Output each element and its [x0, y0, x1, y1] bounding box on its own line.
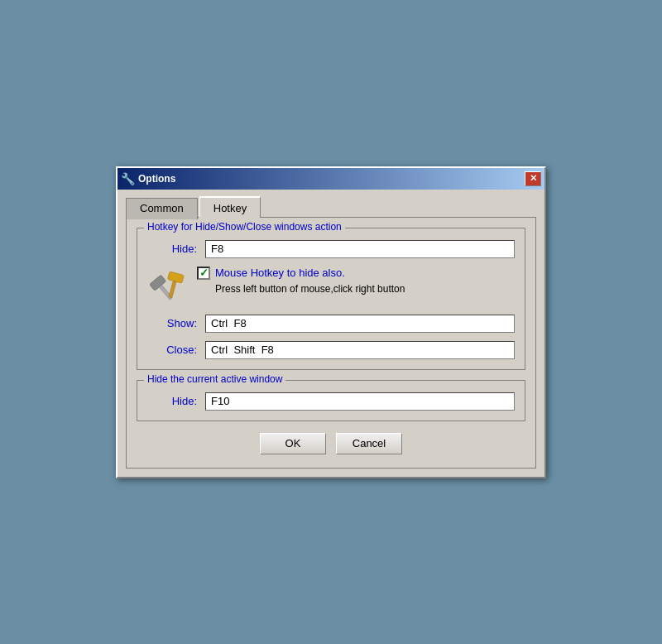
hotkey-tab-panel: Hotkey for Hide/Show/Close windows actio… [126, 217, 536, 469]
ok-button[interactable]: OK [260, 433, 326, 454]
tab-common[interactable]: Common [126, 198, 198, 219]
dialog-content: Common Hotkey Hotkey for Hide/Show/Close… [118, 190, 544, 477]
mouse-hotkey-section: ✓ Mouse Hotkey to hide also. Press left … [147, 267, 515, 308]
window-title: Options [138, 173, 175, 185]
mouse-hotkey-checkbox[interactable]: ✓ [197, 267, 210, 280]
close-input[interactable] [205, 341, 515, 359]
active-hide-input[interactable] [205, 392, 515, 411]
title-icon: 🔧 [121, 172, 134, 185]
active-window-group-title: Hide the current active window [144, 373, 285, 385]
hide-label: Hide: [147, 243, 197, 255]
dialog-buttons: OK Cancel [137, 433, 525, 458]
tab-bar: Common Hotkey [126, 196, 536, 218]
options-dialog: 🔧 Options ✕ Common Hotkey Hotkey for Hid… [116, 166, 546, 478]
mouse-hotkey-description: Press left button of mouse,click right b… [215, 283, 405, 295]
close-button[interactable]: ✕ [525, 171, 541, 186]
close-field-row: Close: [147, 341, 515, 359]
active-hide-field-row: Hide: [147, 392, 515, 411]
hotkey-group-title: Hotkey for Hide/Show/Close windows actio… [144, 221, 345, 233]
tab-hotkey[interactable]: Hotkey [199, 196, 261, 218]
title-bar: 🔧 Options ✕ [118, 168, 544, 190]
active-window-group-box: Hide the current active window Hide: [137, 380, 525, 421]
show-field-row: Show: [147, 315, 515, 333]
active-hide-label: Hide: [147, 395, 197, 407]
close-label: Close: [147, 344, 197, 356]
show-input[interactable] [205, 315, 515, 333]
cancel-button[interactable]: Cancel [336, 433, 402, 454]
hammer-icon [147, 267, 189, 308]
svg-rect-3 [169, 281, 176, 297]
hide-field-row: Hide: [147, 240, 515, 258]
mouse-hotkey-label: Mouse Hotkey to hide also. [215, 267, 345, 279]
hotkey-group-box: Hotkey for Hide/Show/Close windows actio… [137, 228, 525, 370]
show-label: Show: [147, 317, 197, 329]
hide-input[interactable] [205, 240, 515, 258]
